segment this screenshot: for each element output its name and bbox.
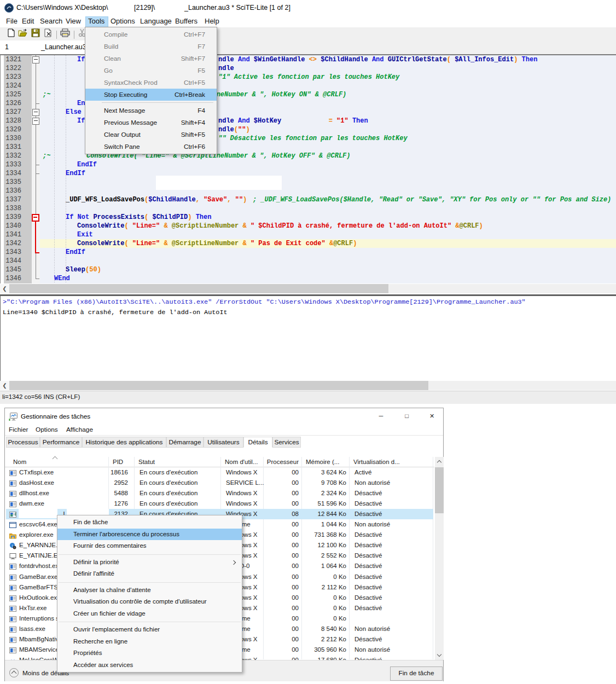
column-header-virtualisation-d-[interactable]: Virtualisation d... <box>353 459 400 465</box>
scroll-down-arrow-icon[interactable] <box>437 653 441 657</box>
code-fragment: ;~ <box>43 90 50 99</box>
column-header-m-moire-[interactable]: Mémoire (... <box>306 459 339 465</box>
end-task-button[interactable]: Fin de tâche <box>390 666 443 681</box>
menubar-item-search[interactable]: Search <box>40 17 62 25</box>
print-icon[interactable] <box>60 28 70 37</box>
output-hscrollbar[interactable]: ❮ <box>0 381 616 390</box>
cell-cpu: 00 <box>292 521 299 528</box>
menu-item-label: Stop Executing <box>104 89 147 101</box>
menubar-item-options[interactable]: Options <box>111 17 135 25</box>
app-window-icon <box>9 636 16 643</box>
minimize-button[interactable]: ─ <box>369 408 393 424</box>
column-header-pid[interactable]: PID <box>113 459 123 465</box>
cell-name: CTxfispi.exe <box>19 469 54 476</box>
tab-d-tails[interactable]: Détails <box>243 437 272 448</box>
menu-item-build[interactable]: BuildF7 <box>85 40 217 53</box>
censor-rectangle <box>156 176 282 190</box>
scroll-left-arrow-icon[interactable]: ❮ <box>0 284 9 293</box>
menubar-item-language[interactable]: Language <box>140 17 172 25</box>
context-menu-item-propri-t-s[interactable]: Propriétés <box>57 647 242 659</box>
process-row-dwm-exe[interactable]: dwm.exe1276En cours d'exécutionWindows X… <box>6 498 433 509</box>
process-row-dllhost-exe[interactable]: dllhost.exe5488En cours d'exécutionWindo… <box>6 488 433 498</box>
process-row-ctxfispi-exe[interactable]: CTxfispi.exe18616En cours d'exécutionWin… <box>6 467 433 478</box>
cell-virtualization: Désactivé <box>355 594 382 601</box>
context-menu-item-terminer-l-arborescence-du-processus[interactable]: Terminer l'arborescence du processus <box>57 529 242 541</box>
column-header-nom-d-util-[interactable]: Nom d'util... <box>225 459 258 465</box>
collapse-details-icon[interactable] <box>9 668 19 677</box>
tab-name: _Launcher.au3 <box>41 43 86 51</box>
taskmgr-menu-fichier[interactable]: Fichier <box>9 426 28 433</box>
table-vscrollbar[interactable] <box>435 457 444 660</box>
close-button[interactable]: ✕ <box>420 408 444 424</box>
context-menu-item-cr-er-un-fichier-de-vidage[interactable]: Créer un fichier de vidage <box>57 608 242 620</box>
cell-memory: 12 844 Ko <box>318 511 346 517</box>
menu-item-go[interactable]: GoF5 <box>85 65 217 77</box>
maximize-button[interactable]: □ <box>394 408 419 424</box>
scrollbar-thumb[interactable] <box>9 284 388 293</box>
sort-ascending-icon <box>53 455 57 460</box>
taskmgr-menu-options[interactable]: Options <box>36 426 58 433</box>
menu-item-syntaxcheck-prod[interactable]: SyntaxCheck ProdCtrl+F5 <box>85 77 217 89</box>
context-menu-item-virtualisation-du-contr-le-de-compte-d-utilisateur[interactable]: Virtualisation du contrôle de compte d'u… <box>57 596 242 608</box>
code-line-1342: ConsoleWrite( "Line=" & @ScriptLineNumbe… <box>0 239 616 248</box>
new-file-icon[interactable] <box>7 28 15 37</box>
menu-item-next-message[interactable]: Next MessageF4 <box>85 105 217 117</box>
menubar-item-tools[interactable]: Tools <box>88 17 104 25</box>
menu-item-shortcut: Shift+F7 <box>181 53 205 65</box>
column-header-nom[interactable]: Nom <box>13 459 26 465</box>
output-pane[interactable]: >"C:\Program Files (x86)\AutoIt3\SciTE\.… <box>0 296 616 381</box>
menu-item-compile[interactable]: CompileCtrl+F7 <box>85 28 217 40</box>
menu-item-label: Définir la priorité <box>73 557 119 569</box>
menubar-item-help[interactable]: Help <box>205 17 219 25</box>
cell-cpu: 00 <box>292 646 299 653</box>
tab-utilisateurs[interactable]: Utilisateurs <box>204 437 243 448</box>
cell-name: fontdrvhost.exe <box>19 563 62 569</box>
cell-name: GameBar.exe <box>19 573 57 580</box>
menubar-item-view[interactable]: View <box>66 17 81 25</box>
tab-launcher[interactable]: 1 _Launcher.au3 <box>0 40 86 54</box>
context-menu-item-fin-de-t-che[interactable]: Fin de tâche <box>57 517 242 529</box>
cell-cpu: 00 <box>292 490 299 496</box>
menu-item-switch-pane[interactable]: Switch PaneCtrl+F6 <box>85 141 217 153</box>
context-menu-item-analyser-la-cha-ne-d-attente[interactable]: Analyser la chaîne d'attente <box>57 584 242 596</box>
tab-services[interactable]: Services <box>272 437 301 448</box>
menu-item-clean[interactable]: CleanShift+F7 <box>85 53 217 65</box>
save-file-icon[interactable] <box>31 28 40 37</box>
code-fragment: ConsoleWrite( "Line=" & @ScriptLineNumbe… <box>77 239 357 248</box>
menubar-item-edit[interactable]: Edit <box>22 17 34 25</box>
editor-hscrollbar[interactable]: ❮ <box>0 284 616 293</box>
menu-item-stop-executing[interactable]: Stop ExecutingCtrl+Break <box>85 89 217 101</box>
tab-historique-des-applications[interactable]: Historique des applications <box>82 437 166 448</box>
tab-performance[interactable]: Performance <box>40 437 82 448</box>
menu-item-label: Définir l'affinité <box>73 568 114 580</box>
context-menu-item-fournir-des-commentaires[interactable]: Fournir des commentaires <box>57 540 242 552</box>
code-fragment: EndIf <box>77 160 97 169</box>
column-header-processeur[interactable]: Processeur <box>267 459 299 465</box>
context-menu-item-ouvrir-l-emplacement-du-fichier[interactable]: Ouvrir l'emplacement du fichier <box>57 624 242 636</box>
context-menu-item-d-finir-la-priorit-[interactable]: Définir la priorité <box>57 557 242 569</box>
column-header-statut[interactable]: Statut <box>138 459 155 465</box>
close-file-icon[interactable] <box>44 28 53 37</box>
scrollbar-thumb[interactable] <box>9 381 428 390</box>
censor-rectangle <box>19 509 57 518</box>
tab-d-marrage[interactable]: Démarrage <box>166 437 204 448</box>
cell-cpu: 00 <box>292 542 299 548</box>
scroll-left-arrow-icon[interactable]: ❮ <box>0 381 9 390</box>
menu-item-previous-message[interactable]: Previous MessageShift+F4 <box>85 117 217 129</box>
scroll-up-arrow-icon[interactable] <box>437 460 441 464</box>
menubar-item-buffers[interactable]: Buffers <box>175 17 197 25</box>
process-row-dashost-exe[interactable]: dasHost.exe2952En cours d'exécutionSERVI… <box>6 478 433 488</box>
context-menu-item-d-finir-l-affinit-[interactable]: Définir l'affinité <box>57 568 242 580</box>
gui-app-icon <box>9 511 16 518</box>
table-header: NomPIDStatutNom d'util...ProcesseurMémoi… <box>5 457 434 467</box>
menu-item-clear-output[interactable]: Clear OutputShift+F5 <box>85 129 217 141</box>
menu-item-shortcut: Ctrl+F7 <box>184 28 205 40</box>
tab-processus[interactable]: Processus <box>6 437 40 448</box>
menubar-item-file[interactable]: File <box>6 17 18 25</box>
submenu-arrow-icon <box>232 557 236 569</box>
scrollbar-thumb[interactable] <box>435 467 444 513</box>
context-menu-item-acc-der-aux-services[interactable]: Accéder aux services <box>57 659 242 671</box>
open-file-icon[interactable] <box>18 28 27 37</box>
context-menu-item-recherche-en-ligne[interactable]: Recherche en ligne <box>57 636 242 648</box>
taskmgr-menu-affichage[interactable]: Affichage <box>66 426 93 433</box>
